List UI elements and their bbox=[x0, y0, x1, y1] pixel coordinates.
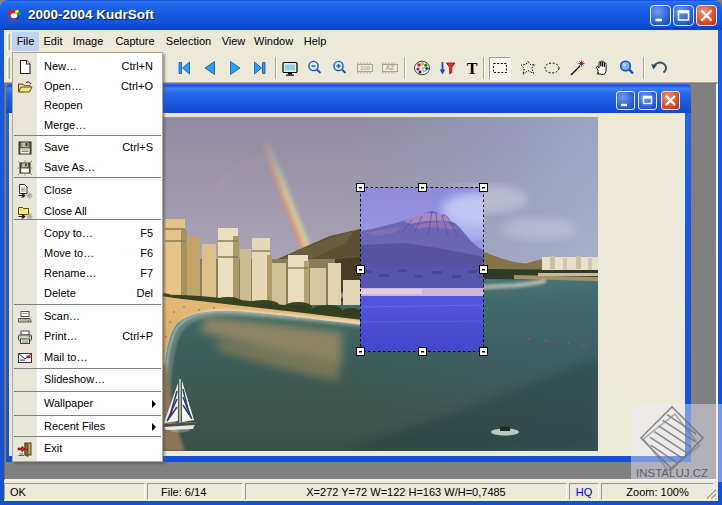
svg-text:100: 100 bbox=[360, 65, 371, 71]
svg-text:AZ: AZ bbox=[386, 64, 394, 71]
svg-text:T: T bbox=[467, 60, 478, 77]
